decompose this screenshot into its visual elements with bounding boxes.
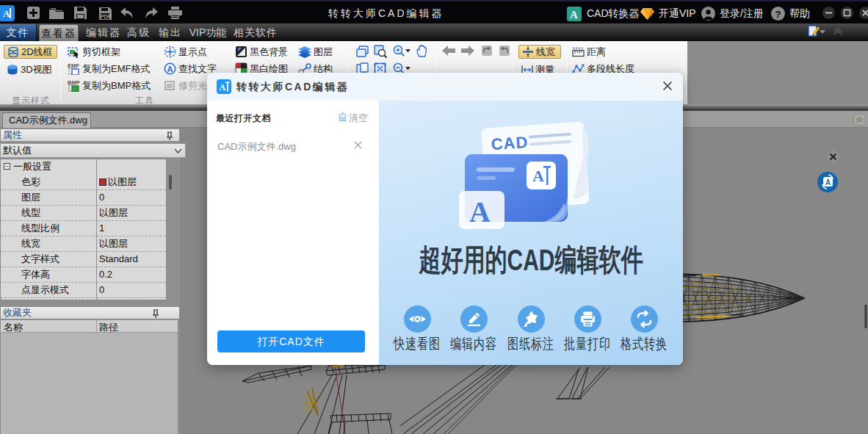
svg-text:A: A <box>825 178 831 187</box>
svg-text:PDF: PDF <box>101 14 111 19</box>
svg-text:A: A <box>469 195 491 228</box>
svg-text:A: A <box>570 9 578 21</box>
svg-text:?: ? <box>775 9 781 20</box>
svg-text:A: A <box>532 167 544 185</box>
svg-text:A: A <box>167 65 173 73</box>
svg-text:A: A <box>3 8 10 19</box>
svg-text:CAD: CAD <box>491 133 529 153</box>
svg-text:A: A <box>220 82 226 93</box>
